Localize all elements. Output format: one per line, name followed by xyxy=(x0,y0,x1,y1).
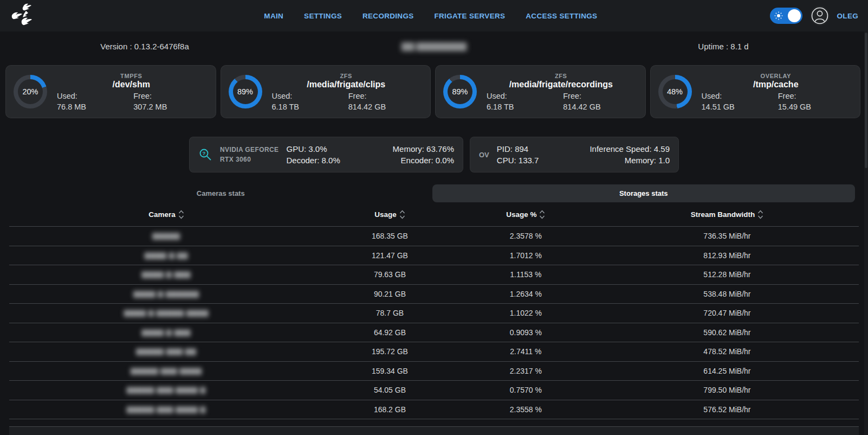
table-body: ▇▇▇▇▇168.35 GB2.3578 %736.35 MiB/hr▇▇▇▇ … xyxy=(9,226,859,419)
usage-cell: 168.2 GB xyxy=(323,405,456,414)
storage-stats-table: Camera Usage Usage % Stream Bandwidth ▇▇… xyxy=(9,202,859,435)
detector-memory: Memory: 1.0 xyxy=(590,156,670,165)
person-icon xyxy=(811,7,829,25)
table-row: ▇▇▇▇ ▇ ▇▇▇▇▇ ▇▇▇▇78.7 GB1.1022 %720.47 M… xyxy=(9,303,859,323)
bandwidth-cell: 812.93 MiB/hr xyxy=(595,251,859,260)
gpu-name-label: NVIDIA GEFORCE RTX 3060 xyxy=(220,145,279,164)
username-label[interactable]: OLEG xyxy=(837,12,858,20)
storage-card-clips: 89% ZFS /media/frigate/clips Used: Free:… xyxy=(221,65,431,118)
usage-pct-cell: 1.7012 % xyxy=(456,251,595,260)
gpu-decoder: Decoder: 8.0% xyxy=(287,156,340,165)
camera-name-blurred: ▇▇▇▇▇ ▇▇▇ ▇▇▇▇ ▇ xyxy=(9,406,323,413)
usage-cell: 90.21 GB xyxy=(323,290,456,298)
used-value: 6.18 TB xyxy=(487,103,559,111)
storage-mount-path: /tmp/cache xyxy=(699,80,853,89)
usage-cell: 159.34 GB xyxy=(323,367,456,375)
used-value: 14.51 GB xyxy=(702,103,774,111)
tab-cameras-stats[interactable]: Cameras stats xyxy=(9,184,432,202)
storage-card-dev-shm: 20% TMPFS /dev/shm Used: Free: 76.8 MB 3… xyxy=(5,65,216,118)
bandwidth-cell: 736.35 MiB/hr xyxy=(595,232,859,240)
detector-inference-speed: Inference Speed: 4.59 xyxy=(590,144,670,153)
camera-name-blurred: ▇▇▇▇▇ xyxy=(9,232,323,240)
storage-card-recordings: 89% ZFS /media/frigate/recordings Used: … xyxy=(435,65,646,118)
user-avatar[interactable] xyxy=(810,6,830,25)
camera-name-blurred: ▇▇▇▇▇ ▇▇▇ ▇▇▇▇ ▇ xyxy=(9,386,323,394)
sort-icon xyxy=(539,210,545,219)
frigate-logo-icon[interactable] xyxy=(10,3,36,28)
gpu-memory: Memory: 63.76% xyxy=(393,144,454,153)
header-usage[interactable]: Usage xyxy=(323,210,456,219)
nav-item-main[interactable]: MAIN xyxy=(264,12,283,20)
nav-item-frigate-servers[interactable]: FRIGATE SERVERS xyxy=(435,12,506,20)
sort-icon xyxy=(757,210,763,219)
used-label: Used: xyxy=(702,92,774,100)
uptime-label: Uptime : 8.1 d xyxy=(579,42,868,51)
storage-type-label: ZFS xyxy=(484,73,638,79)
table-row: ▇▇▇▇▇168.35 GB2.3578 %736.35 MiB/hr xyxy=(9,226,859,246)
sort-icon xyxy=(399,210,405,219)
table-row: ▇▇▇▇ ▇ ▇▇▇64.92 GB0.9093 %590.62 MiB/hr xyxy=(9,323,859,342)
usage-cell: 64.92 GB xyxy=(323,328,456,337)
free-label: Free: xyxy=(778,92,850,100)
usage-pct-cell: 2.3558 % xyxy=(456,405,595,414)
table-row: ▇▇▇▇ ▇ ▇▇▇▇▇▇90.21 GB1.2634 %538.48 MiB/… xyxy=(9,284,859,304)
free-value: 814.42 GB xyxy=(563,103,635,111)
used-label: Used: xyxy=(487,92,559,100)
usage-cell: 168.35 GB xyxy=(323,232,456,240)
gpu-encoder: Encoder: 0.0% xyxy=(393,156,454,165)
detector-pid: PID: 894 xyxy=(497,144,539,153)
usage-donut-chart: 89% xyxy=(229,75,262,108)
gpu-usage: GPU: 3.0% xyxy=(287,144,340,153)
used-value: 76.8 MB xyxy=(57,103,129,111)
usage-pct-cell: 0.7570 % xyxy=(456,386,595,394)
header-stream-bandwidth[interactable]: Stream Bandwidth xyxy=(595,210,859,219)
table-row: ▇▇▇▇▇ ▇▇▇ ▇▇▇▇ ▇168.2 GB2.3558 %576.52 M… xyxy=(9,400,859,419)
storage-type-label: OVERLAY xyxy=(699,73,853,79)
free-value: 814.42 GB xyxy=(348,103,420,111)
donut-percent-label: 89% xyxy=(452,87,468,96)
nav-item-recordings[interactable]: RECORDINGS xyxy=(362,12,414,20)
camera-name-blurred: ▇▇▇▇ ▇ ▇▇▇▇▇▇ xyxy=(9,290,323,298)
scrollbar-thumb[interactable] xyxy=(865,33,867,168)
nav-item-settings[interactable]: SETTINGS xyxy=(304,12,342,20)
free-label: Free: xyxy=(348,92,420,100)
usage-cell: 78.7 GB xyxy=(323,309,456,317)
table-row: ▇▇▇▇▇ ▇▇▇ ▇▇195.72 GB2.7411 %478.52 MiB/… xyxy=(9,342,859,361)
bandwidth-cell: 720.47 MiB/hr xyxy=(595,309,859,317)
header-usage-pct[interactable]: Usage % xyxy=(456,210,595,219)
usage-donut-chart: 48% xyxy=(658,75,692,108)
navbar-right-controls: OLEG xyxy=(770,6,858,25)
usage-cell: 195.72 GB xyxy=(323,347,456,356)
usage-cell: 54.05 GB xyxy=(323,386,456,394)
used-label: Used: xyxy=(272,92,344,100)
usage-pct-cell: 1.1022 % xyxy=(456,309,595,317)
donut-percent-label: 89% xyxy=(237,87,253,96)
stats-tabs: Cameras stats Storages stats xyxy=(9,184,855,202)
camera-name-blurred: ▇▇▇▇ ▇ ▇▇▇ xyxy=(9,329,323,336)
tab-storages-stats[interactable]: Storages stats xyxy=(432,184,856,202)
main-navigation: MAIN SETTINGS RECORDINGS FRIGATE SERVERS… xyxy=(264,0,597,31)
nav-item-access-settings[interactable]: ACCESS SETTINGS xyxy=(526,12,597,20)
donut-percent-label: 48% xyxy=(667,87,683,96)
storage-type-label: ZFS xyxy=(270,73,423,79)
used-label: Used: xyxy=(57,92,129,100)
version-label: Version : 0.13.2-6476f8a xyxy=(0,42,289,51)
camera-name-blurred: ▇▇▇▇ ▇ ▇▇ xyxy=(9,252,323,259)
bandwidth-cell: 478.52 MiB/hr xyxy=(595,347,859,356)
usage-pct-cell: 2.7411 % xyxy=(456,347,595,356)
sort-icon xyxy=(178,210,184,219)
bandwidth-cell: 576.52 MiB/hr xyxy=(595,405,859,414)
usage-donut-chart: 20% xyxy=(14,75,47,108)
theme-toggle[interactable] xyxy=(770,8,802,24)
gpu-search-icon: ? xyxy=(198,148,212,162)
gpu-stats-card: ? NVIDIA GEFORCE RTX 3060 GPU: 3.0% Deco… xyxy=(189,137,463,172)
navbar: MAIN SETTINGS RECORDINGS FRIGATE SERVERS… xyxy=(0,0,868,31)
used-value: 6.18 TB xyxy=(272,103,344,111)
server-name-blurred: ▇▇ ▇▇▇▇▇▇▇▇ xyxy=(289,41,579,51)
process-cards-row: ? NVIDIA GEFORCE RTX 3060 GPU: 3.0% Deco… xyxy=(0,137,868,172)
header-camera[interactable]: Camera xyxy=(9,210,323,219)
table-row-partial xyxy=(9,419,859,426)
table-header-row: Camera Usage Usage % Stream Bandwidth xyxy=(9,202,859,226)
table-row-partial-highlight xyxy=(9,426,859,435)
storage-mount-path: /media/frigate/recordings xyxy=(484,80,638,89)
